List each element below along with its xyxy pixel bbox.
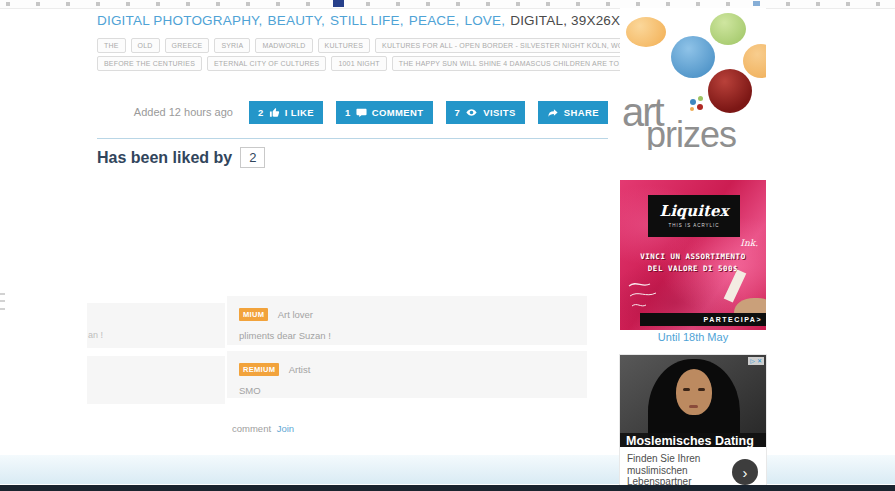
thumb-up-icon [269,107,280,118]
lips-shape [689,405,698,408]
tag-chip[interactable]: KULTURES [318,38,370,53]
join-link[interactable]: Join [277,423,294,434]
liquitex-tagline: THIS IS ACRYLIC [648,223,740,228]
title-tag-link[interactable]: LOVE, [464,13,505,28]
logo-dot-blue [690,99,696,105]
share-label: SHARE [564,107,599,118]
logo-word-prizes: prizes [646,114,736,150]
dating-ad-banner[interactable]: ▷ ✕ Moslemisches Dating Finden Sie Ihren… [620,355,766,491]
logo-circle-red [708,69,752,113]
like-count: 2 [258,107,264,118]
liquitex-cta-bar[interactable]: PARTECIPA> [640,313,766,326]
logo-circle-orange [626,17,666,47]
section-divider [97,138,608,139]
until-date-link[interactable]: Until 18th May [620,331,766,343]
tag-chip[interactable]: ETERNAL CITY OF CULTURES [207,56,326,71]
comment-count: 1 [345,107,351,118]
liquitex-offer-line1: VINCI UN ASSORTIMENTO [620,252,766,261]
title-tag-link[interactable]: BEAUTY, [268,13,325,28]
tag-chip[interactable]: THE [97,38,126,53]
title-tag-link[interactable]: PEACE, [409,13,460,28]
visits-count: 7 [455,107,461,118]
ad-headline: Moslemisches Dating [620,434,754,447]
eye-shape [683,388,690,391]
clipped-text: an ! [88,330,103,340]
tag-chip[interactable]: GREECE [165,38,210,53]
comment-avatar-box [87,356,225,404]
ad-next-arrow-button[interactable]: › [732,459,758,485]
liked-section: Has been liked by 2 [97,147,265,168]
premium-badge: MIUM [239,308,268,321]
share-button[interactable]: SHARE [538,101,608,124]
comment-text: SMO [239,385,575,396]
page-edge-artifact [0,300,5,302]
tag-row-1: THEOLDGREECESYRIAMADWORLDKULTURESKULTURE… [97,38,689,53]
share-arrow-icon [547,107,559,118]
tag-chip[interactable]: BEFORE THE CENTURIES [97,56,202,71]
tag-row-2: BEFORE THE CENTURIESETERNAL CITY OF CULT… [97,56,689,71]
favicon-square-icon [333,0,344,7]
liquitex-ad-banner[interactable]: Liquitex THIS IS ACRYLIC Ink. VINCI UN A… [620,180,766,330]
liquitex-brand: Liquitex [648,202,740,220]
logo-circle-green [710,13,746,45]
liquitex-cta[interactable]: PARTECIPA> [704,316,767,323]
visits-button[interactable]: 7 VISITS [446,101,525,124]
face-shape [676,369,712,415]
commenter-role: Artist [289,364,311,375]
tag-chip[interactable]: SYRIA [214,38,250,53]
handwriting-scribble [626,278,670,314]
logo-circle-blue [671,36,715,78]
commenter-role: Art lover [278,309,313,320]
liked-heading: Has been liked by [97,149,232,167]
page-edge-artifact [0,308,5,310]
tag-chip[interactable]: OLD [131,38,160,53]
tag-chip[interactable]: 1001 NIGHT [331,56,386,71]
liked-count-box: 2 [240,147,265,168]
logo-circle-orange-2 [743,44,766,78]
page: DIGITAL PHOTOGRAPHY,BEAUTY,STILL LIFE,PE… [0,0,895,491]
added-timestamp: Added 12 hours ago [134,106,233,118]
like-label: I LIKE [285,107,314,118]
comment-prompt: comment [232,423,271,434]
logo-dot-red [697,104,703,110]
join-row: comment Join [232,423,294,434]
eye-icon [465,107,478,118]
logo-dot-orange [690,107,694,111]
artprizes-logo[interactable]: art prizes [620,8,766,150]
tag-chip[interactable]: MADWORLD [255,38,312,53]
artwork-title: DIGITAL PHOTOGRAPHY,BEAUTY,STILL LIFE,PE… [97,13,657,28]
favicon-blue-icon [753,1,760,6]
palette-knife [724,269,747,302]
comment-label: COMMENT [372,107,424,118]
visits-label: VISITS [483,107,516,118]
tag-chip[interactable]: THE HAPPY SUN WILL SHINE 4 DAMASCUS CHIL… [392,56,645,71]
adchoices-play-icon[interactable]: ▷ [750,357,755,365]
chevron-right-icon: › [743,464,748,481]
comment-text: pliments dear Suzan ! [239,330,575,341]
premium-badge: REMIUM [239,363,279,376]
comment-bubble: MIUM Art lover pliments dear Suzan ! [227,296,587,345]
adchoices-close-icon[interactable]: ✕ [757,357,762,365]
comment-avatar-box: an ! [87,303,225,348]
comment-bubble: REMIUM Artist SMO [227,351,587,398]
ad-photo: ▷ ✕ Moslemisches Dating [620,355,766,447]
ink-note: Ink. [740,238,758,248]
meta-row: Added 12 hours ago 2 I LIKE 1 COMMENT 7 … [97,100,608,124]
liquitex-brand-box: Liquitex THIS IS ACRYLIC [648,195,740,237]
adchoices-icon[interactable]: ▷ ✕ [748,357,764,365]
logo-dot-green [698,96,703,101]
eye-shape [698,388,705,391]
footer-navy-bar [0,485,895,491]
ad-headline-bar: Moslemisches Dating [620,433,766,447]
title-tag-link[interactable]: STILL LIFE, [330,13,404,28]
page-edge-artifact [0,293,5,295]
speech-bubble-icon [356,107,367,118]
title-tag-link[interactable]: DIGITAL PHOTOGRAPHY, [97,13,263,28]
comment-button[interactable]: 1 COMMENT [336,101,433,124]
like-button[interactable]: 2 I LIKE [249,101,323,124]
